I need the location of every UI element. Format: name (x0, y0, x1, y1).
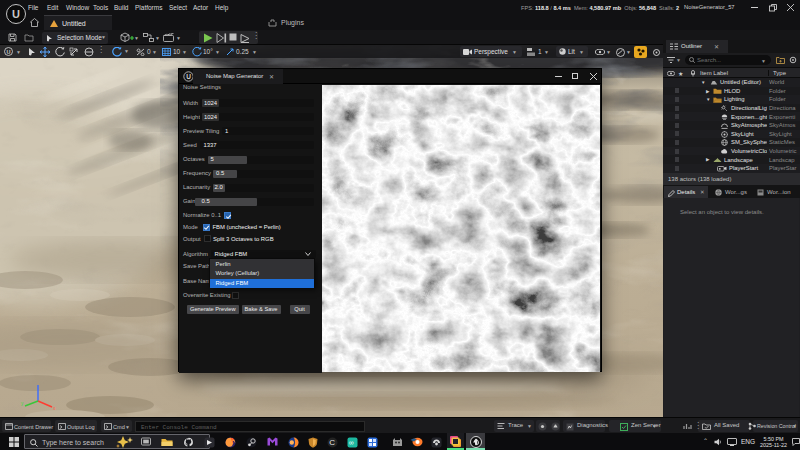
svg-text:U: U (12, 8, 20, 20)
svg-text:C: C (329, 438, 335, 447)
svg-text:∞: ∞ (349, 439, 354, 446)
svg-text:U: U (186, 73, 191, 80)
svg-text:x: x (53, 405, 56, 411)
svg-text:U: U (7, 49, 11, 55)
svg-text:y: y (21, 400, 24, 406)
svg-text:▼: ▼ (16, 49, 21, 55)
